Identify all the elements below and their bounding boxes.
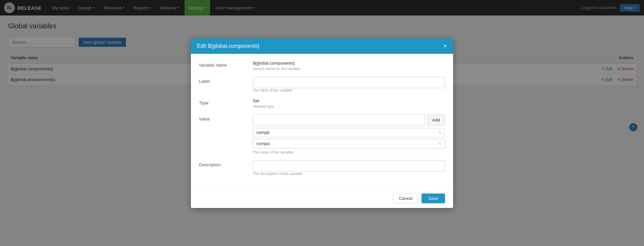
edit-modal: Edit ${global.components} × Variable nam… xyxy=(191,38,453,92)
variable-name-label: Variable name xyxy=(199,61,253,68)
label-hint: The label of the variable. xyxy=(253,88,445,92)
variable-name-field: ${global.components} Unique name for the… xyxy=(253,61,445,71)
form-row-variable-name: Variable name ${global.components} Uniqu… xyxy=(199,61,445,71)
label-field-label: Label xyxy=(199,77,253,84)
modal-body: Variable name ${global.components} Uniqu… xyxy=(191,54,453,92)
modal-close-button[interactable]: × xyxy=(443,43,447,49)
label-field: The label of the variable. xyxy=(253,77,445,92)
variable-name-value: ${global.components} xyxy=(253,61,445,66)
form-row-label: Label The label of the variable. xyxy=(199,77,445,92)
variable-name-hint: Unique name for the variable. xyxy=(253,67,445,71)
label-input[interactable] xyxy=(253,77,445,88)
modal-header: Edit ${global.components} × xyxy=(191,38,453,54)
modal-title: Edit ${global.components} xyxy=(197,43,259,49)
